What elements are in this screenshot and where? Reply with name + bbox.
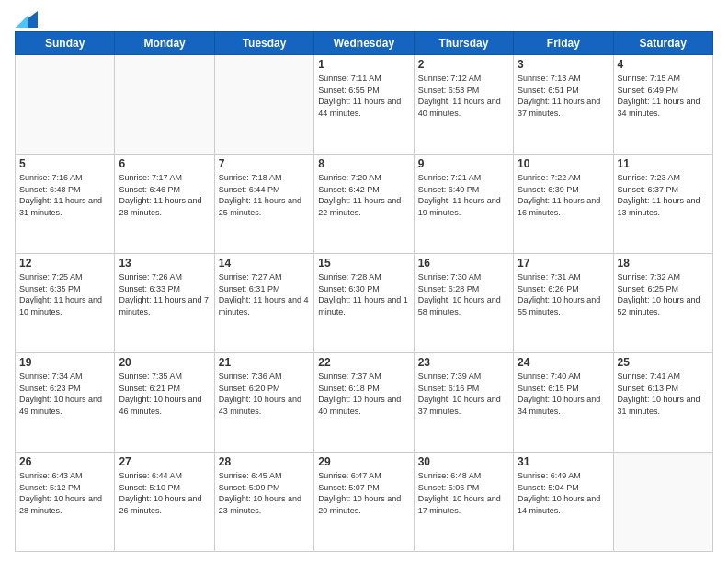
week-row-2: 12Sunrise: 7:25 AMSunset: 6:35 PMDayligh…: [16, 254, 713, 353]
calendar-cell: 30Sunrise: 6:48 AMSunset: 5:06 PMDayligh…: [414, 453, 513, 552]
weekday-header-friday: Friday: [514, 32, 613, 55]
calendar-cell: 16Sunrise: 7:30 AMSunset: 6:28 PMDayligh…: [414, 254, 513, 353]
day-number: 28: [219, 455, 310, 468]
day-info: Sunrise: 7:13 AMSunset: 6:51 PMDaylight:…: [518, 73, 609, 119]
calendar-cell: [16, 55, 115, 155]
calendar-cell: 6Sunrise: 7:17 AMSunset: 6:46 PMDaylight…: [115, 155, 214, 254]
day-info: Sunrise: 7:18 AMSunset: 6:44 PMDaylight:…: [219, 172, 310, 218]
calendar-cell: 7Sunrise: 7:18 AMSunset: 6:44 PMDaylight…: [214, 155, 313, 254]
day-number: 26: [19, 455, 110, 468]
day-info: Sunrise: 7:26 AMSunset: 6:33 PMDaylight:…: [119, 271, 210, 317]
weekday-header-row: SundayMondayTuesdayWednesdayThursdayFrid…: [16, 32, 713, 55]
week-row-4: 26Sunrise: 6:43 AMSunset: 5:12 PMDayligh…: [16, 453, 713, 552]
day-number: 22: [318, 356, 409, 369]
calendar-cell: 26Sunrise: 6:43 AMSunset: 5:12 PMDayligh…: [16, 453, 115, 552]
day-info: Sunrise: 6:49 AMSunset: 5:04 PMDaylight:…: [518, 470, 609, 516]
day-info: Sunrise: 7:31 AMSunset: 6:26 PMDaylight:…: [518, 271, 609, 317]
weekday-header-tuesday: Tuesday: [214, 32, 313, 55]
day-info: Sunrise: 7:36 AMSunset: 6:20 PMDaylight:…: [219, 371, 310, 417]
header: [15, 11, 713, 24]
calendar-table: SundayMondayTuesdayWednesdayThursdayFrid…: [15, 31, 713, 552]
day-number: 20: [119, 356, 210, 369]
day-number: 7: [219, 157, 310, 170]
day-number: 5: [19, 157, 110, 170]
day-info: Sunrise: 7:12 AMSunset: 6:53 PMDaylight:…: [418, 73, 509, 119]
calendar-cell: [214, 55, 313, 155]
calendar-cell: 29Sunrise: 6:47 AMSunset: 5:07 PMDayligh…: [314, 453, 414, 552]
day-number: 11: [618, 157, 709, 170]
day-number: 6: [119, 157, 210, 170]
day-number: 14: [219, 257, 310, 270]
calendar-cell: 13Sunrise: 7:26 AMSunset: 6:33 PMDayligh…: [115, 254, 214, 353]
day-info: Sunrise: 7:39 AMSunset: 6:16 PMDaylight:…: [418, 371, 509, 417]
day-info: Sunrise: 6:43 AMSunset: 5:12 PMDaylight:…: [19, 470, 110, 516]
calendar-cell: 20Sunrise: 7:35 AMSunset: 6:21 PMDayligh…: [115, 353, 214, 453]
day-number: 8: [318, 157, 409, 170]
weekday-header-saturday: Saturday: [613, 32, 712, 55]
day-info: Sunrise: 7:34 AMSunset: 6:23 PMDaylight:…: [19, 371, 110, 417]
day-number: 30: [418, 455, 509, 468]
calendar-cell: [613, 453, 712, 552]
calendar-cell: 11Sunrise: 7:23 AMSunset: 6:37 PMDayligh…: [613, 155, 712, 254]
day-number: 9: [418, 157, 509, 170]
calendar-cell: 23Sunrise: 7:39 AMSunset: 6:16 PMDayligh…: [414, 353, 513, 453]
calendar-cell: 22Sunrise: 7:37 AMSunset: 6:18 PMDayligh…: [314, 353, 414, 453]
weekday-header-sunday: Sunday: [16, 32, 115, 55]
logo-icon: [16, 11, 38, 28]
day-number: 17: [518, 257, 609, 270]
day-info: Sunrise: 7:16 AMSunset: 6:48 PMDaylight:…: [19, 172, 110, 218]
day-info: Sunrise: 7:27 AMSunset: 6:31 PMDaylight:…: [219, 271, 310, 317]
calendar-cell: 15Sunrise: 7:28 AMSunset: 6:30 PMDayligh…: [314, 254, 414, 353]
calendar-cell: 5Sunrise: 7:16 AMSunset: 6:48 PMDaylight…: [16, 155, 115, 254]
svg-marker-1: [16, 15, 28, 28]
week-row-0: 1Sunrise: 7:11 AMSunset: 6:55 PMDaylight…: [16, 55, 713, 155]
day-info: Sunrise: 6:48 AMSunset: 5:06 PMDaylight:…: [418, 470, 509, 516]
calendar-cell: 4Sunrise: 7:15 AMSunset: 6:49 PMDaylight…: [613, 55, 712, 155]
day-info: Sunrise: 7:32 AMSunset: 6:25 PMDaylight:…: [618, 271, 709, 317]
weekday-header-wednesday: Wednesday: [314, 32, 414, 55]
day-info: Sunrise: 7:21 AMSunset: 6:40 PMDaylight:…: [418, 172, 509, 218]
day-number: 2: [418, 58, 509, 71]
calendar-cell: 24Sunrise: 7:40 AMSunset: 6:15 PMDayligh…: [514, 353, 613, 453]
day-number: 27: [119, 455, 210, 468]
calendar-cell: 12Sunrise: 7:25 AMSunset: 6:35 PMDayligh…: [16, 254, 115, 353]
day-number: 13: [119, 257, 210, 270]
day-number: 4: [618, 58, 709, 71]
day-info: Sunrise: 7:20 AMSunset: 6:42 PMDaylight:…: [318, 172, 409, 218]
day-number: 23: [418, 356, 509, 369]
day-number: 3: [518, 58, 609, 71]
week-row-1: 5Sunrise: 7:16 AMSunset: 6:48 PMDaylight…: [16, 155, 713, 254]
calendar-cell: 19Sunrise: 7:34 AMSunset: 6:23 PMDayligh…: [16, 353, 115, 453]
day-number: 19: [19, 356, 110, 369]
calendar-cell: 14Sunrise: 7:27 AMSunset: 6:31 PMDayligh…: [214, 254, 313, 353]
day-info: Sunrise: 7:28 AMSunset: 6:30 PMDaylight:…: [318, 271, 409, 317]
calendar-cell: 28Sunrise: 6:45 AMSunset: 5:09 PMDayligh…: [214, 453, 313, 552]
day-info: Sunrise: 7:30 AMSunset: 6:28 PMDaylight:…: [418, 271, 509, 317]
calendar-cell: [115, 55, 214, 155]
day-number: 15: [318, 257, 409, 270]
day-info: Sunrise: 7:11 AMSunset: 6:55 PMDaylight:…: [318, 73, 409, 119]
weekday-header-thursday: Thursday: [414, 32, 513, 55]
day-number: 29: [318, 455, 409, 468]
day-info: Sunrise: 6:44 AMSunset: 5:10 PMDaylight:…: [119, 470, 210, 516]
calendar-cell: 10Sunrise: 7:22 AMSunset: 6:39 PMDayligh…: [514, 155, 613, 254]
day-number: 21: [219, 356, 310, 369]
day-number: 25: [618, 356, 709, 369]
week-row-3: 19Sunrise: 7:34 AMSunset: 6:23 PMDayligh…: [16, 353, 713, 453]
calendar-cell: 9Sunrise: 7:21 AMSunset: 6:40 PMDaylight…: [414, 155, 513, 254]
day-number: 24: [518, 356, 609, 369]
calendar-cell: 21Sunrise: 7:36 AMSunset: 6:20 PMDayligh…: [214, 353, 313, 453]
day-info: Sunrise: 7:22 AMSunset: 6:39 PMDaylight:…: [518, 172, 609, 218]
calendar-cell: 3Sunrise: 7:13 AMSunset: 6:51 PMDaylight…: [514, 55, 613, 155]
day-info: Sunrise: 7:15 AMSunset: 6:49 PMDaylight:…: [618, 73, 709, 119]
day-info: Sunrise: 7:17 AMSunset: 6:46 PMDaylight:…: [119, 172, 210, 218]
day-number: 31: [518, 455, 609, 468]
calendar-cell: 2Sunrise: 7:12 AMSunset: 6:53 PMDaylight…: [414, 55, 513, 155]
calendar-cell: 17Sunrise: 7:31 AMSunset: 6:26 PMDayligh…: [514, 254, 613, 353]
calendar-cell: 31Sunrise: 6:49 AMSunset: 5:04 PMDayligh…: [514, 453, 613, 552]
day-number: 1: [318, 58, 409, 71]
calendar-cell: 8Sunrise: 7:20 AMSunset: 6:42 PMDaylight…: [314, 155, 414, 254]
day-info: Sunrise: 6:47 AMSunset: 5:07 PMDaylight:…: [318, 470, 409, 516]
day-info: Sunrise: 7:40 AMSunset: 6:15 PMDaylight:…: [518, 371, 609, 417]
weekday-header-monday: Monday: [115, 32, 214, 55]
